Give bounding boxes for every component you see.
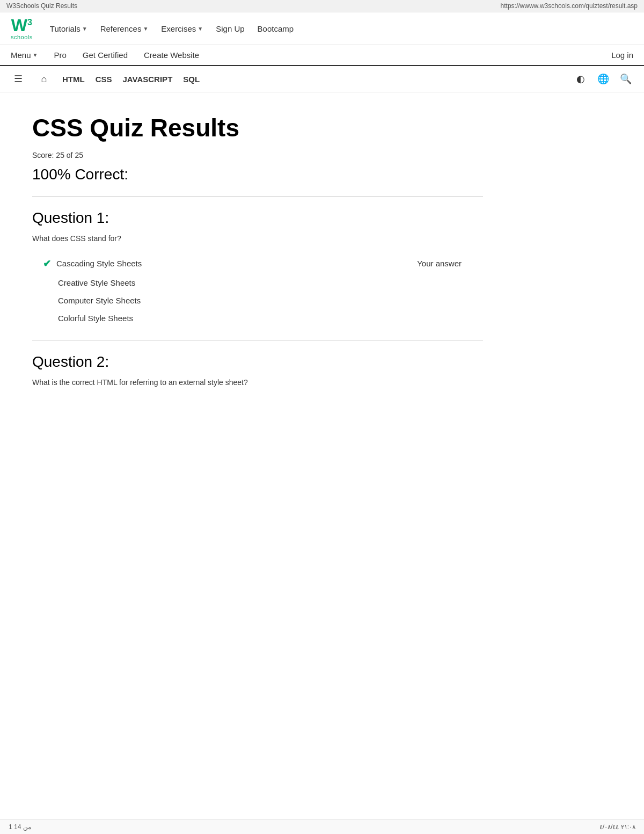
- topic-nav: ☰ ⌂ HTML CSS JAVASCRIPT SQL ◐ 🌐 🔍: [0, 66, 644, 92]
- logo-w: W: [11, 17, 27, 34]
- nav-references[interactable]: References ▼: [100, 24, 149, 33]
- topic-css[interactable]: CSS: [96, 75, 112, 84]
- logo[interactable]: W 3 schools: [11, 17, 33, 40]
- logo-3: 3: [27, 18, 32, 27]
- answer-list-1: ✔ Cascading Style Sheets Your answer Cre…: [43, 253, 483, 327]
- answer-text-1-3: Computer Style Sheets: [58, 296, 141, 305]
- menu-arrow: ▼: [33, 52, 38, 58]
- question-2-title: Question 2:: [32, 353, 483, 371]
- nav-create-website[interactable]: Create Website: [144, 50, 199, 60]
- browser-title: W3Schools Quiz Results: [6, 2, 77, 10]
- topic-sql[interactable]: SQL: [183, 75, 200, 84]
- browser-url: https://wwww.w3schools.com/quiztest/resu…: [501, 2, 638, 10]
- answer-text-1-1: Cascading Style Sheets: [56, 259, 142, 268]
- references-arrow: ▼: [143, 26, 148, 32]
- answer-text-1-4: Colorful Style Sheets: [58, 314, 133, 323]
- answer-1-1: ✔ Cascading Style Sheets Your answer: [43, 253, 483, 274]
- answer-1-3: Computer Style Sheets: [43, 292, 483, 309]
- answer-1-4: Colorful Style Sheets: [43, 309, 483, 327]
- page-title: CSS Quiz Results: [32, 114, 483, 142]
- nav-pro[interactable]: Pro: [54, 50, 66, 60]
- question-2-text: What is the correct HTML for referring t…: [32, 378, 483, 387]
- contrast-icon[interactable]: ◐: [573, 71, 588, 86]
- main-content: CSS Quiz Results Score: 25 of 25 100% Co…: [0, 92, 515, 419]
- top-nav: W 3 schools Tutorials ▼ References ▼ Exe…: [0, 12, 644, 45]
- search-icon[interactable]: 🔍: [618, 71, 633, 86]
- nav-menu[interactable]: Menu ▼: [11, 50, 38, 60]
- home-icon[interactable]: ⌂: [36, 71, 52, 86]
- correct-text: 100% Correct:: [32, 166, 483, 183]
- divider-1: [32, 196, 483, 197]
- question-1: Question 1: What does CSS stand for? ✔ C…: [32, 209, 483, 327]
- your-answer-label: Your answer: [417, 259, 483, 268]
- topic-html[interactable]: HTML: [62, 75, 85, 84]
- nav-exercises[interactable]: Exercises ▼: [161, 24, 203, 33]
- question-1-text: What does CSS stand for?: [32, 234, 483, 243]
- secondary-nav: Menu ▼ Pro Get Certified Create Website …: [0, 45, 644, 66]
- question-1-title: Question 1:: [32, 209, 483, 227]
- nav-signup[interactable]: Sign Up: [216, 24, 244, 33]
- exercises-arrow: ▼: [197, 26, 203, 32]
- browser-bar: W3Schools Quiz Results https://wwww.w3sc…: [0, 0, 644, 12]
- logo-schools: schools: [11, 34, 33, 40]
- hamburger-icon[interactable]: ☰: [11, 71, 26, 86]
- correct-checkmark: ✔: [43, 258, 51, 270]
- nav-get-certified[interactable]: Get Certified: [83, 50, 128, 60]
- nav-tutorials[interactable]: Tutorials ▼: [50, 24, 87, 33]
- score-text: Score: 25 of 25: [32, 151, 483, 159]
- divider-2: [32, 340, 483, 340]
- globe-icon[interactable]: 🌐: [596, 71, 611, 86]
- tutorials-arrow: ▼: [82, 26, 87, 32]
- nav-bootcamp[interactable]: Bootcamp: [258, 24, 294, 33]
- answer-1-2: Creative Style Sheets: [43, 274, 483, 292]
- topic-javascript[interactable]: JAVASCRIPT: [123, 75, 173, 84]
- answer-text-1-2: Creative Style Sheets: [58, 278, 135, 287]
- nav-login[interactable]: Log in: [611, 50, 633, 60]
- question-2: Question 2: What is the correct HTML for…: [32, 353, 483, 387]
